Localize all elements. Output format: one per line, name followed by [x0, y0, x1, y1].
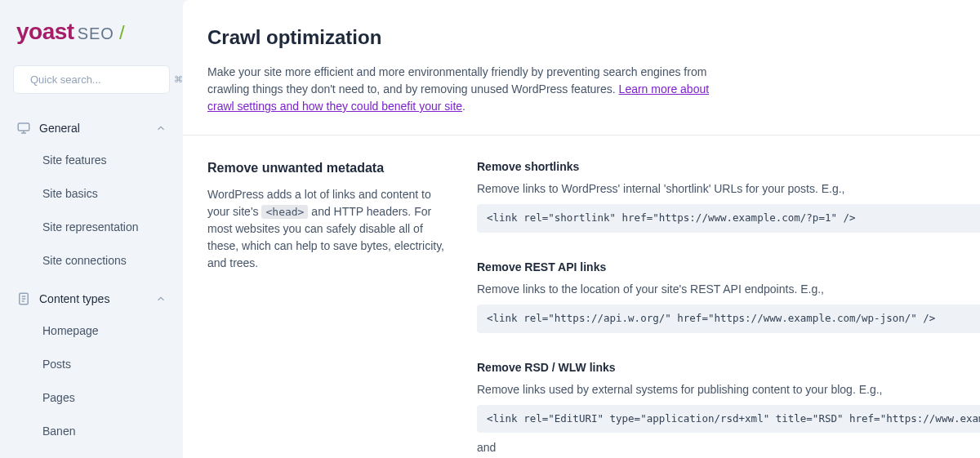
- search-box[interactable]: ⌘K: [13, 65, 170, 94]
- desktop-icon: [16, 121, 31, 136]
- setting-desc: Remove links to the location of your sit…: [477, 281, 980, 298]
- and-text: and: [477, 439, 980, 456]
- setting-title: Remove REST API links: [477, 259, 980, 276]
- nav-section-content-types: Content types Homepage Posts Pages Banen: [13, 284, 170, 448]
- page-description-post: .: [462, 100, 466, 113]
- setting-title: Remove RSD / WLW links: [477, 359, 980, 376]
- nav-section-general: General Site features Site basics Site r…: [13, 113, 170, 278]
- section-intro: Remove unwanted metadata WordPress adds …: [207, 158, 452, 458]
- settings-list: Remove shortlinks Remove links to WordPr…: [477, 158, 980, 458]
- setting-desc: Remove links used by external systems fo…: [477, 381, 980, 398]
- sidebar-item-site-features[interactable]: Site features: [39, 144, 170, 177]
- document-icon: [16, 291, 31, 306]
- logo: yoast SEO /: [16, 15, 170, 49]
- section-description: WordPress adds a lot of links and conten…: [207, 186, 452, 272]
- sidebar-item-site-basics[interactable]: Site basics: [39, 177, 170, 211]
- svg-rect-2: [18, 123, 29, 131]
- main-content: Crawl optimization Make your site more e…: [183, 0, 980, 458]
- chevron-up-icon: [155, 293, 167, 305]
- nav-header-general[interactable]: General: [13, 113, 170, 144]
- nav-header-content-types[interactable]: Content types: [13, 284, 170, 314]
- sidebar-item-pages[interactable]: Pages: [39, 381, 170, 415]
- sidebar-item-banen[interactable]: Banen: [39, 415, 170, 448]
- sidebar-item-posts[interactable]: Posts: [39, 348, 170, 381]
- sidebar-item-site-connections[interactable]: Site connections: [39, 244, 170, 278]
- sidebar-item-site-representation[interactable]: Site representation: [39, 211, 170, 244]
- search-input[interactable]: [30, 73, 167, 86]
- nav-header-label: Content types: [39, 291, 147, 308]
- code-example: <link rel="EditURI" type="application/rs…: [477, 405, 980, 434]
- setting-remove-rsd-wlw: Remove RSD / WLW links Remove links used…: [477, 359, 980, 459]
- code-example: <link rel="shortlink" href="https://www.…: [477, 204, 980, 233]
- page-title: Crawl optimization: [207, 23, 956, 52]
- sidebar: yoast SEO / ⌘K General Site features Sit…: [0, 0, 183, 458]
- logo-suffix: SEO: [78, 21, 114, 46]
- setting-remove-shortlinks: Remove shortlinks Remove links to WordPr…: [477, 158, 980, 233]
- setting-title: Remove shortlinks: [477, 158, 980, 176]
- logo-brand: yoast: [16, 15, 74, 49]
- code-example: <link rel="https://api.w.org/" href="htt…: [477, 305, 980, 333]
- page-header: Crawl optimization Make your site more e…: [183, 0, 980, 136]
- logo-slash: /: [119, 18, 125, 47]
- setting-remove-rest-api: Remove REST API links Remove links to th…: [477, 259, 980, 333]
- sidebar-item-homepage[interactable]: Homepage: [39, 314, 170, 348]
- setting-desc: Remove links to WordPress' internal 'sho…: [477, 180, 980, 198]
- page-description: Make your site more efficient and more e…: [207, 64, 730, 115]
- nav-header-label: General: [39, 120, 147, 137]
- chevron-up-icon: [155, 122, 167, 134]
- head-code: <head>: [261, 205, 308, 219]
- section-title: Remove unwanted metadata: [207, 158, 452, 178]
